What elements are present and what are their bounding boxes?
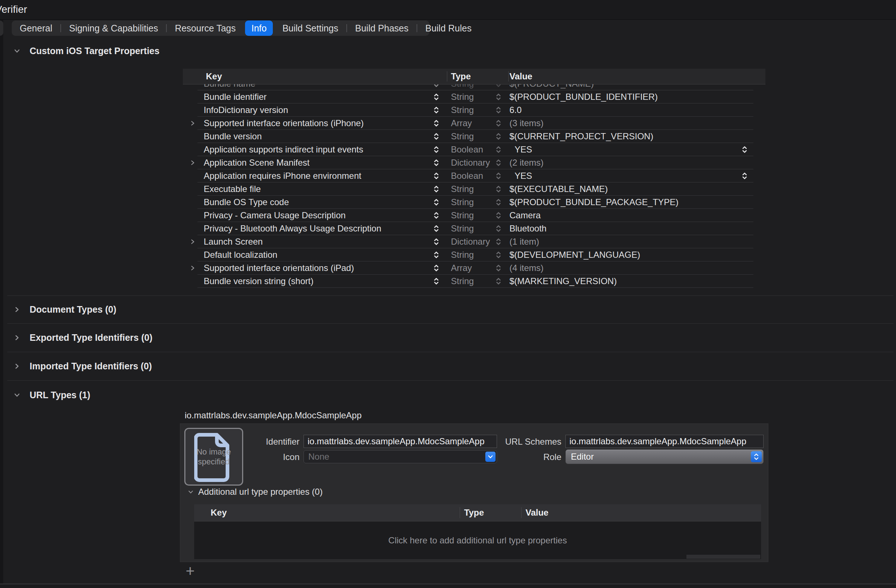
icon-combo-box[interactable]: None [303, 450, 497, 463]
table-row[interactable]: InfoDictionary versionString6.0 [186, 104, 753, 117]
key-stepper-icon[interactable] [434, 84, 439, 88]
chevron-right-icon[interactable] [14, 306, 20, 313]
column-header-type[interactable]: Type [464, 507, 484, 518]
property-value[interactable]: YES [515, 145, 532, 155]
key-stepper-icon[interactable] [434, 145, 439, 154]
property-type[interactable]: String [451, 276, 474, 286]
property-type[interactable]: String [451, 250, 474, 260]
property-type[interactable]: String [451, 210, 474, 221]
property-key[interactable]: Application requires iPhone environment [204, 171, 361, 181]
property-key[interactable]: Executable file [204, 184, 261, 194]
section-custom-ios-target-properties[interactable]: Custom iOS Target Properties [14, 45, 160, 56]
property-value[interactable]: (2 items) [509, 158, 544, 168]
property-type[interactable]: String [451, 105, 474, 115]
type-stepper-icon[interactable] [496, 171, 501, 181]
tab-general[interactable]: General [12, 20, 60, 36]
type-stepper-icon[interactable] [496, 119, 501, 128]
key-stepper-icon[interactable] [434, 171, 439, 181]
property-key[interactable]: Bundle name [204, 84, 255, 89]
property-type[interactable]: Boolean [451, 145, 483, 155]
type-stepper-icon[interactable] [496, 237, 501, 247]
property-value[interactable]: Bluetooth [509, 224, 546, 234]
property-type[interactable]: Array [451, 263, 472, 273]
key-stepper-icon[interactable] [434, 132, 439, 141]
table-row[interactable]: Bundle nameString$(PRODUCT_NAME) [186, 84, 753, 90]
additional-url-type-properties-header[interactable]: Additional url type properties (0) [188, 487, 323, 497]
tab-build-rules[interactable]: Build Rules [417, 20, 480, 36]
key-stepper-icon[interactable] [434, 105, 439, 115]
table-row[interactable]: Default localizationString$(DEVELOPMENT_… [186, 248, 753, 262]
property-type[interactable]: String [451, 131, 474, 142]
horizontal-scrollbar-thumb[interactable] [686, 555, 760, 559]
add-url-type-button[interactable]: + [183, 563, 198, 579]
url-type-image-well[interactable]: No image specified [184, 428, 243, 486]
type-stepper-icon[interactable] [496, 224, 501, 233]
property-key[interactable]: Bundle version [204, 131, 262, 142]
property-type[interactable]: String [451, 184, 474, 194]
property-key[interactable]: Supported interface orientations (iPhone… [204, 118, 364, 128]
property-value[interactable]: $(MARKETING_VERSION) [509, 276, 617, 286]
key-stepper-icon[interactable] [434, 237, 439, 247]
property-type[interactable]: Boolean [451, 171, 483, 181]
property-type[interactable]: String [451, 224, 474, 234]
table-row[interactable]: Executable fileString$(EXECUTABLE_NAME) [186, 183, 753, 196]
table-row[interactable]: Bundle OS Type codeString$(PRODUCT_BUNDL… [186, 196, 753, 209]
key-stepper-icon[interactable] [434, 263, 439, 273]
property-key[interactable]: InfoDictionary version [204, 105, 288, 115]
key-stepper-icon[interactable] [434, 158, 439, 168]
disclosure-chevron-icon[interactable] [190, 160, 195, 166]
property-value[interactable]: $(PRODUCT_BUNDLE_IDENTIFIER) [509, 92, 658, 102]
property-value[interactable]: $(EXECUTABLE_NAME) [509, 184, 608, 194]
property-key[interactable]: Application Scene Manifest [204, 158, 310, 168]
property-type[interactable]: Array [451, 118, 472, 128]
property-key[interactable]: Bundle version string (short) [204, 276, 314, 286]
popup-stepper-button[interactable] [751, 451, 762, 462]
type-stepper-icon[interactable] [496, 184, 501, 194]
section-document-types[interactable]: Document Types (0) [14, 304, 116, 315]
property-key[interactable]: Application supports indirect input even… [204, 145, 363, 155]
property-value[interactable]: YES [515, 171, 532, 181]
section-exported-type-identifiers[interactable]: Exported Type Identifiers (0) [14, 332, 152, 343]
chevron-right-icon[interactable] [14, 363, 20, 369]
key-stepper-icon[interactable] [434, 198, 439, 207]
table-row[interactable]: Privacy - Camera Usage DescriptionString… [186, 209, 753, 222]
column-divider[interactable] [447, 71, 447, 82]
chevron-down-icon[interactable] [14, 392, 20, 398]
table-row[interactable]: Bundle version string (short)String$(MAR… [186, 275, 753, 288]
column-divider[interactable] [508, 71, 509, 82]
disclosure-chevron-icon[interactable] [190, 265, 195, 271]
property-type[interactable]: String [451, 92, 474, 102]
key-stepper-icon[interactable] [434, 119, 439, 128]
type-stepper-icon[interactable] [496, 132, 501, 141]
section-url-types[interactable]: URL Types (1) [14, 390, 90, 401]
table-row[interactable]: Supported interface orientations (iPad)A… [186, 262, 753, 275]
property-value[interactable]: 6.0 [509, 105, 521, 115]
column-header-key[interactable]: Key [206, 71, 222, 82]
tab-resource-tags[interactable]: Resource Tags [167, 20, 244, 36]
type-stepper-icon[interactable] [496, 145, 501, 154]
disclosure-chevron-icon[interactable] [190, 120, 195, 126]
chevron-right-icon[interactable] [14, 335, 20, 341]
tab-signing-capabilities[interactable]: Signing & Capabilities [61, 20, 166, 36]
value-stepper-icon[interactable] [742, 145, 747, 154]
role-popup-button[interactable]: Editor [565, 449, 763, 464]
column-header-value[interactable]: Value [509, 71, 532, 82]
property-type[interactable]: String [451, 84, 474, 89]
column-divider[interactable] [460, 507, 460, 518]
property-value[interactable]: $(DEVELOPMENT_LANGUAGE) [509, 250, 640, 260]
tab-info[interactable]: Info [245, 20, 273, 36]
table-row[interactable]: Bundle versionString$(CURRENT_PROJECT_VE… [186, 130, 753, 143]
property-key[interactable]: Default localization [204, 250, 277, 260]
property-key[interactable]: Supported interface orientations (iPad) [204, 263, 354, 273]
type-stepper-icon[interactable] [496, 105, 501, 115]
property-value[interactable]: $(PRODUCT_NAME) [509, 84, 594, 89]
property-key[interactable]: Launch Screen [204, 236, 262, 247]
table-row[interactable]: Privacy - Bluetooth Always Usage Descrip… [186, 222, 753, 235]
property-value[interactable]: Camera [509, 210, 541, 221]
column-divider[interactable] [521, 507, 521, 518]
table-row[interactable]: Supported interface orientations (iPhone… [186, 117, 753, 130]
table-row[interactable]: Application requires iPhone environmentB… [186, 169, 753, 183]
property-key[interactable]: Bundle OS Type code [204, 197, 289, 207]
value-stepper-icon[interactable] [742, 171, 747, 181]
tab-build-phases[interactable]: Build Phases [347, 20, 416, 36]
